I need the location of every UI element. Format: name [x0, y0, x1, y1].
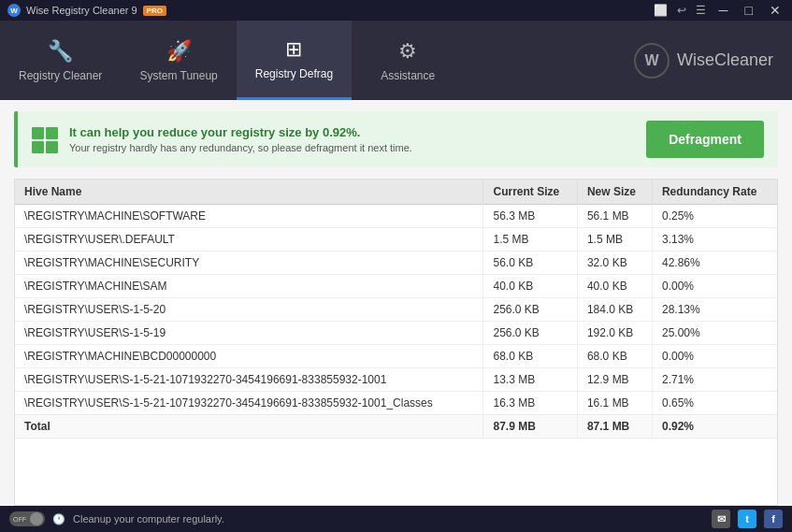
- col-hive-name: Hive Name: [15, 180, 483, 205]
- email-button[interactable]: ✉: [712, 510, 730, 528]
- cell-hive: \REGISTRY\MACHINE\BCD00000000: [15, 345, 483, 368]
- statusbar: OFF 🕐 Cleanup your computer regularly. ✉…: [0, 506, 792, 532]
- cell-current-size: 1.5 MB: [483, 228, 577, 252]
- cell-current-size: 87.9 MB: [483, 415, 577, 439]
- cell-hive: \REGISTRY\MACHINE\SOFTWARE: [15, 205, 483, 228]
- banner-main-text: It can help you reduce your registry siz…: [69, 125, 412, 139]
- assistance-icon: ⚙: [398, 39, 417, 64]
- app-title: Wise Registry Cleaner 9: [26, 5, 137, 16]
- table-row: \REGISTRY\USER\S-1-5-21-1071932270-34541…: [15, 368, 777, 392]
- info-banner: It can help you reduce your registry siz…: [14, 111, 778, 167]
- cell-hive: \REGISTRY\USER\S-1-5-21-1071932270-34541…: [15, 368, 483, 392]
- facebook-button[interactable]: f: [764, 510, 783, 528]
- cell-hive: \REGISTRY\USER\S-1-5-21-1071932270-34541…: [15, 392, 483, 415]
- registry-cleaner-icon: 🔧: [48, 39, 73, 64]
- cell-new-size: 87.1 MB: [577, 415, 652, 439]
- cell-hive: \REGISTRY\MACHINE\SAM: [15, 275, 483, 298]
- nav-item-registry-cleaner[interactable]: 🔧 Registry Cleaner: [0, 21, 121, 100]
- table-row: \REGISTRY\MACHINE\BCD0000000068.0 KB68.0…: [15, 345, 777, 368]
- registry-defrag-icon: ⊞: [285, 37, 302, 62]
- main-content: It can help you reduce your registry siz…: [0, 100, 792, 506]
- toggle-knob: [30, 512, 43, 525]
- app-icon: W: [7, 4, 21, 17]
- statusbar-message: Cleanup your computer regularly.: [73, 513, 224, 525]
- col-current-size: Current Size: [483, 180, 577, 205]
- cell-new-size: 192.0 KB: [577, 322, 652, 345]
- col-new-size: New Size: [577, 180, 652, 205]
- cell-redundancy: 25.00%: [652, 322, 777, 345]
- statusbar-left: OFF 🕐 Cleanup your computer regularly.: [9, 511, 224, 526]
- table-row: \REGISTRY\USER\S-1-5-19256.0 KB192.0 KB2…: [15, 322, 777, 345]
- wisecleaner-logo: W WiseCleaner: [634, 21, 792, 100]
- close-button[interactable]: ✕: [766, 3, 785, 18]
- nav-item-assistance[interactable]: ⚙ Assistance: [352, 21, 464, 100]
- cell-new-size: 32.0 KB: [577, 252, 652, 275]
- cell-hive: \REGISTRY\USER\S-1-5-20: [15, 298, 483, 322]
- cell-new-size: 12.9 MB: [577, 368, 652, 392]
- toggle-label: OFF: [13, 516, 26, 523]
- table-row: \REGISTRY\MACHINE\SAM40.0 KB40.0 KB0.00%: [15, 275, 777, 298]
- cell-current-size: 256.0 KB: [483, 298, 577, 322]
- cell-new-size: 16.1 MB: [577, 392, 652, 415]
- cell-hive: \REGISTRY\USER\S-1-5-19: [15, 322, 483, 345]
- cell-new-size: 68.0 KB: [577, 345, 652, 368]
- titlebar-left: W Wise Registry Cleaner 9 PRO: [7, 4, 166, 17]
- table-row: \REGISTRY\MACHINE\SOFTWARE56.3 MB56.1 MB…: [15, 205, 777, 228]
- cell-current-size: 56.3 MB: [483, 205, 577, 228]
- titlebar: W Wise Registry Cleaner 9 PRO ⬜ ↩ ☰ ─ □ …: [0, 0, 792, 21]
- cell-current-size: 16.3 MB: [483, 392, 577, 415]
- table-row: Total87.9 MB87.1 MB0.92%: [15, 415, 777, 439]
- nav-label-registry-cleaner: Registry Cleaner: [19, 69, 102, 82]
- system-tuneup-icon: 🚀: [166, 39, 192, 64]
- titlebar-icon-3[interactable]: ☰: [696, 4, 706, 17]
- cell-new-size: 40.0 KB: [577, 275, 652, 298]
- registry-table-container: Hive Name Current Size New Size Redundan…: [14, 179, 778, 506]
- table-row: \REGISTRY\MACHINE\SECURITY56.0 KB32.0 KB…: [15, 252, 777, 275]
- cell-current-size: 256.0 KB: [483, 322, 577, 345]
- cell-redundancy: 42.86%: [652, 252, 777, 275]
- titlebar-icon-1[interactable]: ⬜: [654, 4, 668, 17]
- cell-new-size: 56.1 MB: [577, 205, 652, 228]
- defragment-button[interactable]: Defragment: [646, 121, 764, 158]
- cell-hive: Total: [15, 415, 483, 439]
- cell-redundancy: 28.13%: [652, 298, 777, 322]
- cell-redundancy: 0.00%: [652, 275, 777, 298]
- cell-current-size: 56.0 KB: [483, 252, 577, 275]
- nav-item-registry-defrag[interactable]: ⊞ Registry Defrag: [237, 21, 352, 100]
- logo-letter: W: [644, 52, 658, 69]
- minimize-button[interactable]: ─: [715, 3, 732, 18]
- nav-label-registry-defrag: Registry Defrag: [255, 67, 333, 80]
- cell-new-size: 184.0 KB: [577, 298, 652, 322]
- cell-current-size: 13.3 MB: [483, 368, 577, 392]
- titlebar-icon-2[interactable]: ↩: [677, 4, 686, 17]
- green-grid-icon: [32, 127, 58, 153]
- pro-badge: PRO: [143, 6, 166, 16]
- titlebar-controls: ⬜ ↩ ☰ ─ □ ✕: [654, 3, 785, 18]
- twitter-button[interactable]: t: [738, 510, 756, 528]
- table-row: \REGISTRY\USER\S-1-5-21-1071932270-34541…: [15, 392, 777, 415]
- banner-sub-text: Your registry hardly has any redundancy,…: [69, 142, 412, 153]
- nav-item-system-tuneup[interactable]: 🚀 System Tuneup: [121, 21, 236, 100]
- nav-label-assistance: Assistance: [381, 69, 435, 82]
- toggle-switch[interactable]: OFF: [9, 511, 45, 526]
- cell-redundancy: 0.25%: [652, 205, 777, 228]
- statusbar-clock-icon: 🕐: [52, 513, 65, 525]
- navbar: 🔧 Registry Cleaner 🚀 System Tuneup ⊞ Reg…: [0, 21, 792, 100]
- cell-current-size: 68.0 KB: [483, 345, 577, 368]
- banner-text-block: It can help you reduce your registry siz…: [69, 125, 412, 153]
- logo-circle: W: [634, 43, 670, 79]
- col-redundancy-rate: Redundancy Rate: [652, 180, 777, 205]
- nav-label-system-tuneup: System Tuneup: [139, 69, 217, 82]
- cell-redundancy: 0.65%: [652, 392, 777, 415]
- cell-current-size: 40.0 KB: [483, 275, 577, 298]
- statusbar-right: ✉ t f: [712, 510, 783, 528]
- cell-hive: \REGISTRY\MACHINE\SECURITY: [15, 252, 483, 275]
- cell-redundancy: 0.00%: [652, 345, 777, 368]
- table-row: \REGISTRY\USER\S-1-5-20256.0 KB184.0 KB2…: [15, 298, 777, 322]
- banner-content: It can help you reduce your registry siz…: [32, 125, 412, 153]
- table-header-row: Hive Name Current Size New Size Redundan…: [15, 180, 777, 205]
- cell-redundancy: 3.13%: [652, 228, 777, 252]
- table-row: \REGISTRY\USER\.DEFAULT1.5 MB1.5 MB3.13%: [15, 228, 777, 252]
- cell-redundancy: 0.92%: [652, 415, 777, 439]
- maximize-button[interactable]: □: [742, 3, 756, 18]
